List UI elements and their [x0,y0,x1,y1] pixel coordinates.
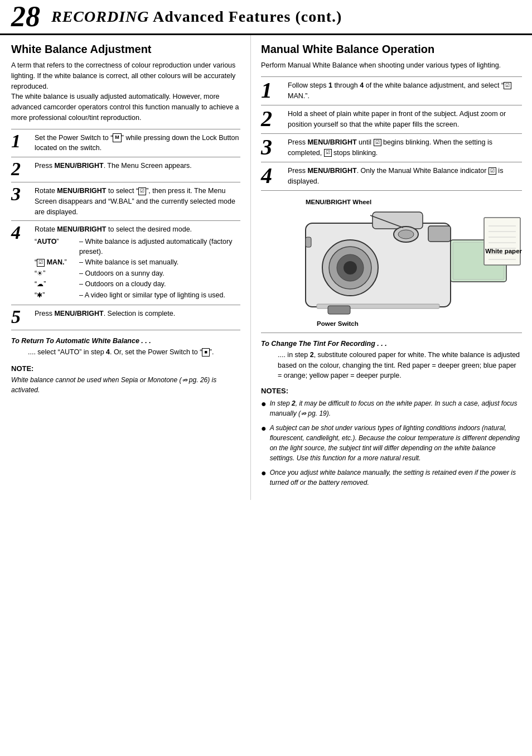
page-number: 28 [11,2,40,31]
right-step-number-3: 3 [261,136,283,158]
svg-point-8 [398,230,414,239]
left-step-1: 1 Set the Power Switch to “M” while pres… [11,129,240,157]
svg-rect-5 [373,212,423,229]
left-step-5: 5 Press MENU/BRIGHT. Selection is comple… [11,305,240,330]
subitem-man-desc: – White balance is set manually. [79,258,240,268]
subitem-cloud: “☁” – Outdoors on a cloudy day. [35,280,240,290]
right-step-1-content: Follow steps 1 through 4 of the white ba… [288,80,522,102]
return-section: To Return To Automatic White Balance . .… [11,337,240,358]
subitem-sun: “☀” – Outdoors on a sunny day. [35,269,240,279]
subitem-auto: “AUTO” – White balance is adjusted autom… [35,237,240,257]
right-section-title: Manual White Balance Operation [261,43,522,56]
return-content: .... select “AUTO” in step 4. Or, set th… [11,347,240,358]
tint-title: To Change The Tint For Recording . . . [261,340,522,348]
step-1-content: Set the Power Switch to “M” while pressi… [35,133,240,154]
note-title: NOTE: [11,364,240,373]
left-steps: 1 Set the Power Switch to “M” while pres… [11,129,240,331]
cloud-icon: ☁ [37,280,43,288]
content-area: White Balance Adjustment A term that ref… [0,35,532,500]
subitem-auto-label: “AUTO” [35,237,79,257]
notes-list: ● In step 2, it may be difficult to focu… [261,398,522,488]
right-step-3-content: Press MENU/BRIGHT until ☑ begins blinkin… [288,137,522,158]
subitem-sun-label: “☀” [35,269,79,279]
right-steps: 1 Follow steps 1 through 4 of the white … [261,76,522,191]
right-step-4-content: Press MENU/BRIGHT. Only the Manual White… [288,166,522,187]
right-step-number-4: 4 [261,165,283,187]
note-item-2: ● A subject can be shot under various ty… [261,423,522,463]
tint-section: To Change The Tint For Recording . . . .… [261,340,522,381]
left-intro: A term that refers to the correctness of… [11,60,240,123]
light-icon: ✱ [37,291,42,299]
power-icon-return: ■ [202,348,209,357]
step-number-4: 4 [11,223,30,242]
svg-rect-22 [328,306,350,314]
note-section: NOTE: White balance cannot be used when … [11,364,240,395]
note-item-1: ● In step 2, it may be difficult to focu… [261,398,522,418]
right-notes-section: NOTES: ● In step 2, it may be difficult … [261,387,522,488]
step-5-content: Press MENU/BRIGHT. Selection is complete… [35,309,240,319]
wb-indicator-icon: ☑ [489,167,496,175]
svg-rect-14 [484,218,520,265]
note-3-text: Once you adjust white balance manually, … [270,468,522,488]
step-number-5: 5 [11,307,30,326]
right-step-number-1: 1 [261,79,283,102]
step-number-3: 3 [11,185,30,204]
right-step-2: 2 Hold a sheet of plain white paper in f… [261,105,522,133]
right-step-2-content: Hold a sheet of plain white paper in fro… [288,109,522,130]
header-subtitle: Advanced Features (cont.) [149,8,342,25]
white-paper-label: White paper [485,248,522,254]
right-column: Manual White Balance Operation Perform M… [251,35,532,500]
step-4-content: Rotate MENU/BRIGHT to select the desired… [35,224,240,301]
subitem-sun-desc: – Outdoors on a sunny day. [79,269,240,279]
note-item-3: ● Once you adjust white balance manually… [261,468,522,488]
subitem-light-label: “✱” [35,291,79,301]
camera-diagram: MENU/BRIGHT Wheel [261,199,522,327]
step-number-1: 1 [11,132,30,151]
right-step-number-2: 2 [261,108,283,130]
page-header: 28 RECORDING Advanced Features (cont.) [0,0,532,35]
wb-blink-icon: ☑ [374,139,381,147]
sun-icon: ☀ [37,269,43,277]
right-step-1: 1 Follow steps 1 through 4 of the white … [261,76,522,105]
subitem-man-label: “☑ MAN.” [35,258,79,268]
tint-content: .... in step 2, substitute coloured pape… [261,350,522,381]
notes-title: NOTES: [261,387,522,395]
divider [261,333,522,333]
right-step-4: 4 Press MENU/BRIGHT. Only the Manual Whi… [261,162,522,191]
bullet-2: ● [261,422,267,435]
step-3-content: Rotate MENU/BRIGHT to select “☑”, then p… [35,186,240,217]
left-step-2: 2 Press MENU/BRIGHT. The Menu Screen app… [11,157,240,182]
bullet-1: ● [261,397,267,411]
bullet-3: ● [261,466,267,480]
return-title: To Return To Automatic White Balance . .… [11,337,240,345]
left-step-3: 3 Rotate MENU/BRIGHT to select “☑”, then… [11,182,240,220]
menu-bright-wheel-label: MENU/BRIGHT Wheel [306,199,371,205]
right-intro: Perform Manual White Balance when shooti… [261,60,522,71]
recording-label: RECORDING [51,8,149,25]
power-switch-label: Power Switch [317,320,359,327]
note-1-text: In step 2, it may be difficult to focus … [270,398,522,418]
header-title: RECORDING Advanced Features (cont.) [51,8,342,26]
wb-icon: ☑ [138,187,146,195]
wb-icon-r1: ☑ [504,82,511,90]
subitem-cloud-label: “☁” [35,280,79,290]
step-2-content: Press MENU/BRIGHT. The Menu Screen appea… [35,161,240,171]
svg-rect-11 [306,237,311,247]
note-content: White balance cannot be used when Sepia … [11,375,240,395]
step-4-subitems: “AUTO” – White balance is adjusted autom… [35,237,240,300]
subitem-cloud-desc: – Outdoors on a cloudy day. [79,280,240,290]
subitem-light: “✱” – A video light or similar type of l… [35,291,240,301]
svg-point-4 [344,261,357,275]
left-section-title: White Balance Adjustment [11,43,240,56]
left-column: White Balance Adjustment A term that ref… [0,35,251,500]
wb-icon-man: ☑ [37,259,45,267]
camera-svg [261,206,529,329]
step-number-2: 2 [11,160,30,179]
wb-stop-icon: ☑ [324,149,332,157]
note-2-text: A subject can be shot under various type… [270,423,522,463]
subitem-auto-desc: – White balance is adjusted automaticall… [79,237,240,257]
svg-rect-6 [428,226,451,242]
subitem-man: “☑ MAN.” – White balance is set manually… [35,258,240,268]
power-icon: M [113,133,122,142]
right-step-3: 3 Press MENU/BRIGHT until ☑ begins blink… [261,133,522,162]
